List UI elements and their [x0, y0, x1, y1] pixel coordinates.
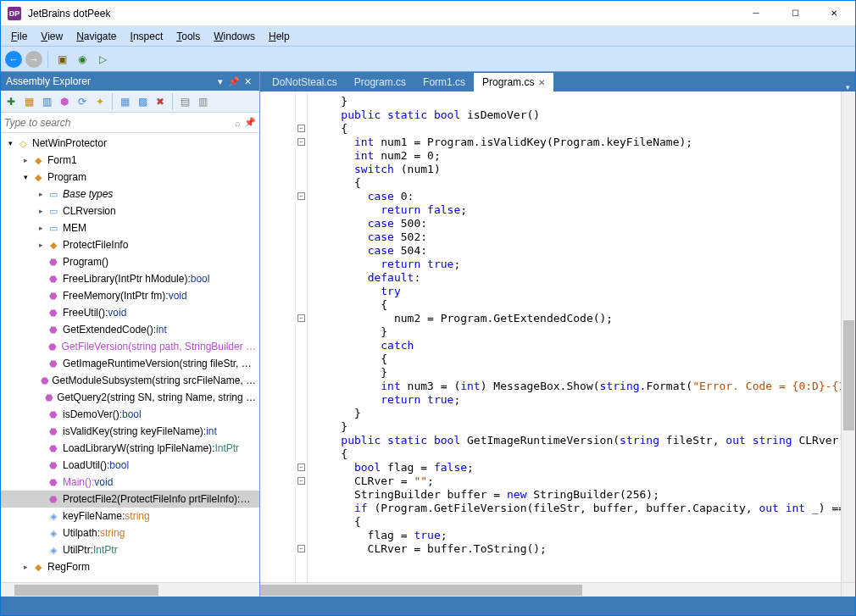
- tab[interactable]: Program.cs: [346, 73, 414, 92]
- toolbar-icon[interactable]: ▦: [20, 93, 37, 110]
- minimize-button[interactable]: ─: [736, 1, 775, 26]
- panel-close-icon[interactable]: ✕: [241, 75, 254, 88]
- panel-pin-icon[interactable]: 📌: [227, 75, 241, 88]
- panel-dropdown-icon[interactable]: ▾: [214, 75, 227, 88]
- cls-icon: ◆: [31, 153, 45, 167]
- expand-icon[interactable]: ▾: [19, 173, 31, 181]
- menu-tools[interactable]: Tools: [170, 29, 207, 44]
- fldp-icon: ◈: [47, 543, 60, 557]
- toolbar-button[interactable]: ◉: [73, 50, 92, 69]
- mtd-icon: ⬣: [47, 441, 60, 455]
- tab-overflow-icon[interactable]: ▾: [840, 83, 855, 92]
- mtd-icon: ⬣: [47, 289, 60, 302]
- tree-node[interactable]: ⬣Program(): [1, 253, 259, 270]
- tree-node[interactable]: ▸◆ProtectFileInfo: [1, 236, 259, 253]
- fold-toggle[interactable]: −: [297, 314, 305, 322]
- toolbar-icon[interactable]: ⬢: [56, 93, 73, 110]
- tree-label: GetExtendedCode():int: [63, 324, 167, 336]
- expand-icon[interactable]: ▾: [4, 139, 16, 147]
- expand-icon[interactable]: ▸: [35, 207, 47, 215]
- tab[interactable]: DoNotSteal.cs: [264, 73, 346, 92]
- panel-toolbar: ✚ ▦ ▥ ⬢ ⟳ ✦ ▦ ▩ ✖ ▤ ▥: [1, 91, 259, 113]
- fld-icon: ▭: [47, 187, 60, 201]
- toolbar-icon[interactable]: ⟳: [74, 93, 91, 110]
- tree-label: GetFileVersion(string path, StringBuilde…: [62, 341, 256, 352]
- tree-node[interactable]: ⬣GetQuery2(string SN, string Name, strin…: [1, 389, 259, 406]
- menu-windows[interactable]: Windows: [207, 29, 262, 44]
- tree-node[interactable]: ▾◇NetWinProtector: [1, 135, 259, 152]
- fold-toggle[interactable]: −: [297, 138, 305, 146]
- tree-node[interactable]: ⬣isValidKey(string keyFileName):int: [1, 423, 259, 440]
- tree-node[interactable]: ⬣GetFileVersion(string path, StringBuild…: [1, 338, 259, 355]
- expand-icon[interactable]: ▸: [35, 241, 47, 249]
- tree-node[interactable]: ⬣FreeMemory(IntPtr fm):void: [1, 287, 259, 304]
- fold-toggle[interactable]: −: [297, 545, 305, 552]
- tab[interactable]: Program.cs✕: [474, 73, 553, 92]
- menu-file[interactable]: File: [4, 29, 34, 44]
- toolbar-icon[interactable]: ▥: [194, 93, 211, 110]
- search-input[interactable]: [4, 117, 231, 129]
- search-pin-icon[interactable]: 📌: [244, 117, 256, 128]
- tree-node[interactable]: ⬣isDemoVer():bool: [1, 406, 259, 423]
- tree-node[interactable]: ⬣GetModuleSubsystem(string srcFileName, …: [1, 372, 259, 389]
- search-clear-icon[interactable]: ⌕: [235, 118, 241, 128]
- toolbar-icon[interactable]: ▥: [38, 93, 55, 110]
- panel-header: Assembly Explorer ▾ 📌 ✕: [1, 72, 259, 91]
- fold-toggle[interactable]: −: [297, 192, 305, 200]
- fldp-icon: ◈: [47, 509, 60, 523]
- menu-inspect[interactable]: Inspect: [124, 29, 170, 44]
- toolbar-icon[interactable]: ▦: [116, 93, 133, 110]
- tree-label: GetQuery2(string SN, string Name, string…: [57, 391, 256, 403]
- fold-toggle[interactable]: −: [297, 477, 305, 485]
- assembly-explorer-panel: Assembly Explorer ▾ 📌 ✕ ✚ ▦ ▥ ⬢ ⟳ ✦ ▦ ▩ …: [1, 72, 260, 597]
- editor-horizontal-scrollbar[interactable]: [260, 582, 855, 597]
- tab[interactable]: Form1.cs: [414, 73, 474, 92]
- tree-node[interactable]: ⬣FreeLibrary(IntPtr hModule):bool: [1, 270, 259, 287]
- tree-node[interactable]: ⬣ProtectFile2(ProtectFileInfo prtFileInf…: [1, 491, 259, 508]
- vertical-scrollbar[interactable]: [841, 92, 855, 582]
- tree-node[interactable]: ▸◆Form1: [1, 152, 259, 169]
- fold-toggle[interactable]: −: [297, 125, 305, 132]
- tree-node[interactable]: ⬣Main():void: [1, 474, 259, 491]
- tree-node[interactable]: ▸▭Base types: [1, 186, 259, 203]
- expand-icon[interactable]: ▸: [19, 156, 31, 164]
- fold-bar[interactable]: −−−−−−−: [296, 92, 308, 582]
- nav-forward-button[interactable]: →: [25, 50, 43, 69]
- expand-icon[interactable]: ▸: [35, 190, 47, 198]
- tree-node[interactable]: ◈UtilPtr:IntPtr: [1, 541, 259, 558]
- tree-label: LoadUtil():bool: [63, 459, 129, 471]
- tree-node[interactable]: ▾◆Program: [1, 169, 259, 186]
- toolbar-icon[interactable]: ▩: [134, 93, 151, 110]
- horizontal-scrollbar[interactable]: [1, 582, 259, 597]
- tree-node[interactable]: ◈keyFileName:string: [1, 508, 259, 524]
- tree-node[interactable]: ◈Utilpath:string: [1, 524, 259, 541]
- maximize-button[interactable]: ☐: [775, 1, 814, 26]
- tree-node[interactable]: ▸▭MEM: [1, 219, 259, 236]
- tree-node[interactable]: ⬣GetImageRuntimeVersion(string fileStr, …: [1, 355, 259, 372]
- toolbar-icon[interactable]: ✖: [152, 93, 169, 110]
- menu-navigate[interactable]: Navigate: [69, 29, 123, 44]
- mtd-icon: ⬣: [47, 408, 60, 421]
- toolbar-button[interactable]: ▷: [93, 50, 112, 69]
- tree-node[interactable]: ⬣FreeUtil():void: [1, 304, 259, 321]
- close-button[interactable]: ✕: [814, 1, 853, 26]
- fold-toggle[interactable]: −: [297, 463, 305, 471]
- toolbar-icon[interactable]: ✚: [3, 93, 19, 110]
- tree-node[interactable]: ⬣LoadLibraryW(string lpFileName):IntPtr: [1, 440, 259, 457]
- tab-close-icon[interactable]: ✕: [538, 78, 545, 87]
- toolbar-icon[interactable]: ▤: [176, 93, 193, 110]
- toolbar-icon[interactable]: ✦: [92, 93, 108, 110]
- statusbar: [1, 597, 855, 615]
- tree[interactable]: ▾◇NetWinProtector▸◆Form1▾◆Program▸▭Base …: [1, 133, 259, 582]
- nav-back-button[interactable]: ←: [4, 50, 23, 69]
- toolbar-button[interactable]: ▣: [53, 50, 71, 69]
- expand-icon[interactable]: ▸: [35, 224, 47, 232]
- expand-icon[interactable]: ▸: [19, 563, 31, 571]
- tree-node[interactable]: ⬣LoadUtil():bool: [1, 457, 259, 474]
- tree-node[interactable]: ⬣GetExtendedCode():int: [1, 321, 259, 338]
- menu-help[interactable]: Help: [262, 29, 297, 44]
- code-editor[interactable]: } public static bool isDemoVer() { int n…: [308, 92, 841, 582]
- menu-view[interactable]: View: [34, 29, 69, 44]
- tree-node[interactable]: ▸▭CLRversion: [1, 203, 259, 219]
- tree-node[interactable]: ▸◆RegForm: [1, 558, 259, 575]
